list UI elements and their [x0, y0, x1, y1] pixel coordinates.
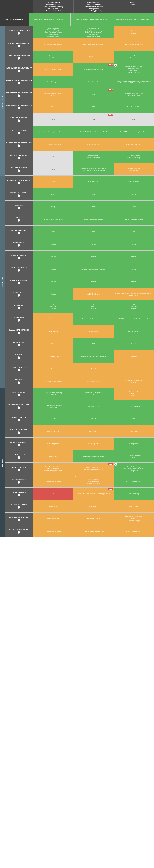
scale-out-info[interactable]: i	[18, 319, 20, 321]
deploy-m-c2: BYOS (fast, some automation)	[73, 38, 113, 51]
mem-layer-info[interactable]: i	[18, 419, 20, 421]
fs-c1-c1-text: Guest VM: Windows, Linux, Mac, Clouds	[40, 131, 67, 133]
hv-interconnect-info[interactable]: i	[18, 82, 20, 85]
memory-config-label: MEMORY CONFIG	[11, 254, 26, 256]
lay-c1: SBB Block Pool	[33, 350, 73, 363]
bm-c1: Microsoft Windows Server Linux	[33, 88, 73, 101]
mem-cap-info[interactable]: i	[18, 444, 20, 446]
scale-up-label: SCALE-UP	[14, 304, 23, 306]
memp-c2: Read Cache	[73, 425, 113, 437]
scup-c3: CPU Memory Storage	[114, 301, 154, 313]
v3i-load-label: V3I LOAD BEARING	[10, 167, 27, 169]
net-ic-info[interactable]: i	[18, 182, 20, 184]
fs-compat2-info[interactable]: i	[18, 145, 20, 147]
small-scale-label: SMALL-SCALE (ROBO)	[9, 329, 29, 331]
deploy-models-info[interactable]: i	[18, 57, 20, 60]
bm-compat-label: BARE METAL COMPATIBILITY	[6, 92, 32, 94]
types-label: TYPE(S)	[15, 379, 22, 381]
cpu-c3: Flexible	[114, 238, 154, 250]
mag-purpose-label: MAGNETIC PURPOSE	[9, 516, 28, 518]
fc-c3: 0-24 devices per node	[114, 475, 154, 487]
flash-cap-info[interactable]: i	[18, 481, 20, 484]
row-deployment-method: DEPLOYMENT METHOD i BYOS (some automatio…	[4, 38, 154, 51]
flash-layer-label: FLASH LAYER	[12, 454, 25, 456]
flash-cap-label: FLASH CAPACITY	[11, 479, 26, 480]
v3i-load-info[interactable]: i	[18, 169, 20, 172]
eval-cell-1: Free Trial (180 days) / Proof-of-Concept…	[29, 13, 71, 26]
eval-label: EVALUATION METHOD	[4, 19, 24, 21]
mem-purpose-info[interactable]: i	[18, 431, 20, 434]
typ-c1: Direct-Attached (Raw)	[33, 375, 73, 388]
mem-c2: Flexible	[73, 251, 113, 263]
v3i-compat-info[interactable]: i	[18, 157, 20, 159]
models-info[interactable]: i	[18, 207, 20, 209]
hvos-c3: SD, USB or DOM	[114, 400, 154, 412]
row-bm-interconnect: BARE METAL INTERCONNECT i SMB3 iSCSI Blo…	[4, 101, 154, 113]
memp-c3: Read Cache	[114, 425, 154, 437]
ss-c1: 2 node minimum	[33, 326, 73, 338]
fs-type-label: FILESERVER TYPE	[10, 117, 27, 119]
mag-purpose-info[interactable]: i	[18, 519, 20, 521]
content-area: Hyperconverged Computer Storage Data Pro…	[0, 0, 154, 537]
fp-c3: 1 Flash Cache Storage Write Buffer (if u…	[114, 463, 154, 475]
mag-layer-label: MAGNETIC LAYER	[11, 504, 27, 505]
v3i-lb-c1: N/A	[33, 163, 73, 176]
bm-compat-info[interactable]: i	[18, 94, 20, 97]
row-flash-layer: FLASH LAYER i SSD, NVMe SSD, PCIe, Ultra…	[4, 450, 154, 463]
hvos-c1: Dual SD cards (Nano /Server) SSD/HDD	[33, 400, 73, 412]
flash-purpose-info[interactable]: i	[18, 469, 20, 471]
hw-choice-info[interactable]: i	[18, 194, 20, 197]
dl-c3: None	[114, 363, 154, 375]
consolidation-c1: Hyperconverged Computer Storage Data Pro…	[33, 26, 73, 38]
fp-c2: NEW R/W: Read/Write Cache All Flash: Wri…	[73, 463, 113, 475]
bm-ic-info[interactable]: i	[18, 107, 20, 110]
row-flash-purpose: FLASH PURPOSE i 2 Read/Write Cache (Read…	[4, 463, 154, 475]
consolidation-c2: Hyperconverged Computer Storage Data Pro…	[73, 26, 113, 38]
v3i-c3-text: VMware: Horizon Citrix: XenDesktop	[127, 155, 140, 159]
deploy-mod-c3-text: Single Layer Dual-Layer	[129, 55, 138, 59]
small-scale-info[interactable]: i	[18, 332, 20, 334]
comp-c1: Hybrid (Flash+Magnetic) All Flash	[33, 388, 73, 400]
row-scale-out: SCALE-OUT i 2-16 nodes 2-64 nodes in 1 n…	[4, 313, 154, 326]
flash-priming-info[interactable]: i	[18, 494, 20, 496]
fs-compat1-info[interactable]: i	[18, 132, 20, 134]
composition-info[interactable]: i	[18, 394, 20, 396]
hv-interconnect-label: HYPERVISOR INTERCONNECT	[5, 80, 32, 82]
scale-up-info[interactable]: i	[18, 307, 20, 309]
mag-cap-info[interactable]: i	[18, 531, 20, 534]
gpu-config-info[interactable]: i	[18, 294, 20, 297]
row-memory-capacity: MEMORY CAPACITY i Non-configurable Non-c…	[4, 438, 154, 450]
deploy-mod-c2: Single Layer	[73, 51, 113, 63]
consolidation-info[interactable]: i	[18, 32, 20, 35]
flash-layer-info[interactable]: i	[18, 456, 20, 459]
types-info[interactable]: i	[18, 381, 20, 384]
fl-c2: SSD, PCIe, UltraDIMM, NVMe	[73, 450, 113, 462]
mag-layer-info[interactable]: i	[18, 506, 20, 509]
net-config-info[interactable]: i	[18, 282, 20, 284]
memory-config-info[interactable]: i	[18, 257, 20, 259]
deploy-method-info[interactable]: i	[18, 44, 20, 47]
row-flash-capacity: FLASH CAPACITY i 1-26 devices per node 2…	[4, 475, 154, 488]
deploy-mod-c1-text: Single Layer Dual-Layer	[49, 55, 58, 59]
layout-info[interactable]: i	[18, 356, 20, 359]
magp-c3: Array buffer (if SSD Blade) Primary Pers…	[114, 513, 154, 525]
cpu-config-info[interactable]: i	[18, 244, 20, 247]
density-info[interactable]: i	[18, 219, 20, 222]
fc-c2: 2 1-8 per disk-group (1 per disk-group) …	[73, 475, 113, 487]
fs-type-info[interactable]: i	[18, 119, 20, 122]
mixing-info[interactable]: i	[18, 232, 20, 234]
protocols-info[interactable]: i	[18, 344, 20, 346]
fp-c1: 2 Read/Write Cache (Read) Write Cache (W…	[33, 463, 73, 475]
deploy-m-c3: BYOS (some automation)	[114, 38, 154, 51]
data-locality-info[interactable]: i	[18, 369, 20, 371]
row-v3i-load: V3I LOAD BEARING i N/A VMware: up to 200…	[4, 163, 154, 176]
mag-cap-label: MAGNETIC CAPACITY	[9, 529, 28, 530]
main-container: Hyperconverged Computer Storage Data Pro…	[0, 0, 154, 537]
hv-os-info[interactable]: i	[18, 406, 20, 409]
magcap-c3: 0-32 devices per node	[114, 525, 154, 537]
architecture-rows: CONSOLIDATION SCOPE i Hyperconverged Com…	[4, 26, 154, 176]
storage-config-info[interactable]: i	[18, 269, 20, 272]
magcap-c1: 0-32 devices per node	[33, 525, 73, 537]
hypervisor-compat-info[interactable]: i	[18, 69, 20, 72]
deploy-m-c1-text: BYOS (some automation)	[45, 43, 62, 45]
